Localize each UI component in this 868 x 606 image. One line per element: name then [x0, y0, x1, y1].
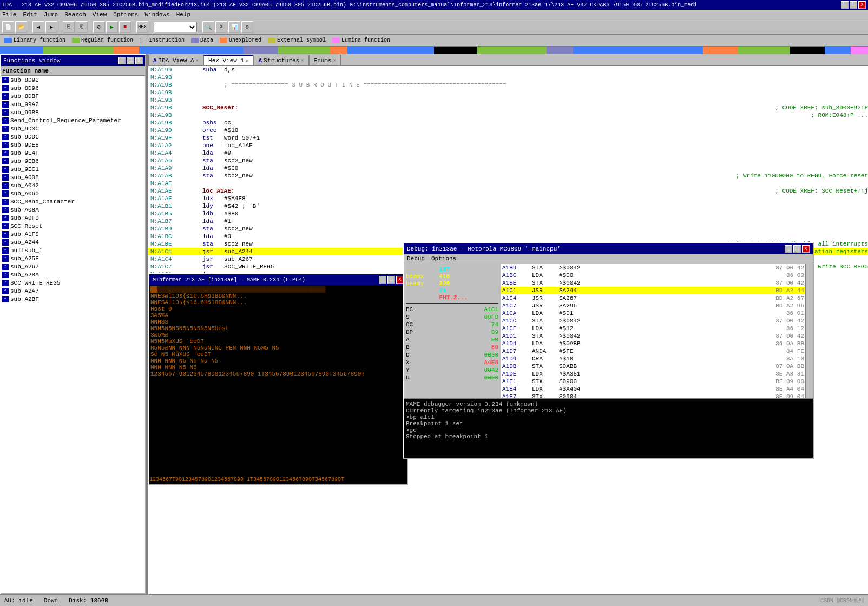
- tab-enums[interactable]: Enums ✕: [309, 55, 341, 65]
- menu-view[interactable]: View: [93, 11, 107, 18]
- menu-search[interactable]: Search: [64, 11, 86, 18]
- xref-button[interactable]: X: [215, 21, 227, 33]
- debug-asm-line[interactable]: A1D7ANDA#$FE84 FE: [501, 347, 805, 355]
- tab-struct-close[interactable]: ✕: [301, 57, 304, 63]
- menu-edit[interactable]: Edit: [23, 11, 37, 18]
- tab-hex-close[interactable]: ✕: [246, 58, 248, 64]
- asm-line[interactable]: M:A1A6stascc2_new: [148, 157, 868, 164]
- function-row[interactable]: fsub_9DDC: [1, 133, 145, 141]
- function-row[interactable]: fsub_99A2: [1, 100, 145, 108]
- asm-line[interactable]: M:A1B7lda#1: [148, 218, 868, 225]
- tab-hex-view[interactable]: Hex View-1 ✕: [203, 55, 253, 65]
- debug-asm-line[interactable]: A1BCLDA#$0086 00: [501, 272, 805, 279]
- function-row[interactable]: fsub_A1F8: [1, 230, 145, 238]
- function-row[interactable]: fSCC_WRITE_REG5: [1, 279, 145, 287]
- debug-asm-line[interactable]: A1D1STA>$004287 00 42: [501, 332, 805, 340]
- options-button[interactable]: ⚙: [241, 21, 253, 33]
- debug-asm-line[interactable]: A1C7JSR$A296BD A2 96: [501, 302, 805, 309]
- menu-file[interactable]: File: [2, 11, 16, 18]
- forward-button[interactable]: ▶: [45, 21, 57, 33]
- maximize-button[interactable]: □: [850, 1, 857, 9]
- asm-line[interactable]: M:A1AEloc_A1AE: ; CODE XREF: SCC_Reset+7…: [148, 187, 868, 195]
- open-button[interactable]: 📂: [15, 21, 27, 33]
- debug-asm-line[interactable]: A1D9ORA#$108A 10: [501, 355, 805, 363]
- debug-menu-options[interactable]: Options: [431, 255, 456, 262]
- debug-asm-line[interactable]: A1CFLDA#$1286 12: [501, 325, 805, 332]
- asm-line[interactable]: M:A1B5ldb#$80: [148, 210, 868, 218]
- stop-button[interactable]: ■: [119, 21, 131, 33]
- minimize-button[interactable]: _: [841, 1, 849, 9]
- functions-list[interactable]: fsub_8D92fsub_8D96fsub_8DBFfsub_99A2fsub…: [1, 76, 145, 593]
- function-row[interactable]: fsub_A2BF: [1, 295, 145, 303]
- debug-min[interactable]: _: [785, 245, 792, 253]
- menu-jump[interactable]: Jump: [44, 11, 58, 18]
- function-row[interactable]: fsub_A060: [1, 189, 145, 197]
- function-row[interactable]: fsub_A267: [1, 262, 145, 271]
- function-row[interactable]: fsub_A28A: [1, 271, 145, 279]
- debug-asm-line[interactable]: A1DBSTA$0ABB87 0A BB: [501, 363, 805, 370]
- function-row[interactable]: fsub_9D3C: [1, 124, 145, 133]
- asm-line[interactable]: M:A19B: [148, 89, 868, 96]
- debug-asm-line[interactable]: A1E4LDX#$A4048E A4 04: [501, 385, 805, 393]
- assemble-button[interactable]: ⚙: [93, 21, 105, 33]
- asm-line[interactable]: M:A199subad,s: [148, 66, 868, 74]
- debug-disasm[interactable]: A1B9STA>$004287 00 42A1BCLDA#$0086 00A1B…: [501, 264, 805, 398]
- function-row[interactable]: fSCC_Send_Character: [1, 197, 145, 206]
- new-button[interactable]: 📄: [2, 21, 14, 33]
- segment-select[interactable]: [154, 22, 197, 32]
- asm-line[interactable]: M:A1B9stascc2_new: [148, 225, 868, 233]
- menu-windows[interactable]: Windows: [144, 11, 169, 18]
- asm-line[interactable]: M:A19BSCC_Reset: ; CODE XREF: sub_8000+9…: [148, 104, 868, 111]
- asm-line[interactable]: M:A19Ftstword_507+1: [148, 134, 868, 142]
- debug-asm-line[interactable]: A1DELDX#$A3818E A3 81: [501, 370, 805, 378]
- tab-ida-close[interactable]: ✕: [196, 57, 199, 63]
- func-close[interactable]: X: [135, 57, 143, 64]
- debug-asm-line[interactable]: A1CALDA#$0186 01: [501, 309, 805, 317]
- asm-line[interactable]: M:A1AE: [148, 180, 868, 187]
- asm-line[interactable]: M:A1B1ldy#$42 ; 'B': [148, 202, 868, 210]
- function-row[interactable]: fsub_8DBF: [1, 92, 145, 100]
- asm-line[interactable]: M:A19B: [148, 74, 868, 81]
- asm-line[interactable]: M:A1AEldx#$A4E8: [148, 195, 868, 202]
- copy-button[interactable]: ⎘: [63, 21, 75, 33]
- asm-line[interactable]: M:A1ABstascc2_new ; Write 11000000 to RE…: [148, 172, 868, 180]
- asm-line[interactable]: M:A19B: [148, 96, 868, 104]
- debug-asm-line[interactable]: A1C1JSR$A244BD A2 44: [501, 287, 805, 294]
- menu-options[interactable]: Options: [113, 11, 138, 18]
- graph-button[interactable]: 📊: [228, 21, 240, 33]
- function-row[interactable]: fsub_A25E: [1, 254, 145, 262]
- asm-line[interactable]: M:A1BClda#0: [148, 233, 868, 240]
- debug-asm-line[interactable]: A1CCSTA>$004287 00 42: [501, 317, 805, 325]
- function-row[interactable]: fsub_A08A: [1, 206, 145, 214]
- function-row[interactable]: fsub_8D92: [1, 76, 145, 84]
- tab-enums-close[interactable]: ✕: [333, 57, 336, 63]
- function-row[interactable]: fsub_A244: [1, 238, 145, 246]
- debug-asm-line[interactable]: A1BESTA>$004287 00 42: [501, 279, 805, 287]
- function-row[interactable]: fSCC_Reset: [1, 222, 145, 230]
- function-row[interactable]: fsub_9EC1: [1, 165, 145, 173]
- function-row[interactable]: fsub_9DE8: [1, 141, 145, 149]
- asm-line[interactable]: M:A1A9lda#$C0: [148, 164, 868, 172]
- function-row[interactable]: fsub_A2A7: [1, 287, 145, 295]
- informer-max[interactable]: □: [387, 276, 395, 284]
- informer-min[interactable]: _: [379, 276, 386, 284]
- function-row[interactable]: fsub_9EB6: [1, 157, 145, 165]
- function-row[interactable]: fnullsub_1: [1, 246, 145, 254]
- search-button[interactable]: 🔍: [202, 21, 214, 33]
- function-row[interactable]: fsub_9E4F: [1, 149, 145, 157]
- debug-max[interactable]: □: [793, 245, 801, 253]
- func-minimize[interactable]: _: [118, 57, 126, 64]
- tab-structures[interactable]: A Structures ✕: [253, 55, 308, 65]
- function-row[interactable]: fsub_99B8: [1, 108, 145, 116]
- func-maximize[interactable]: □: [127, 57, 134, 64]
- debug-close[interactable]: X: [802, 245, 810, 253]
- tab-ida-view[interactable]: A IDA View-A ✕: [148, 55, 203, 65]
- debug-console[interactable]: MAME debugger version 0.234 (unknown)Cur…: [404, 398, 813, 458]
- debug-menu-debug[interactable]: Debug: [407, 255, 425, 262]
- debug-asm-line[interactable]: A1E7STX$09048E 09 04: [501, 393, 805, 398]
- asm-line[interactable]: M:A19B; ================ S U B R O U T I…: [148, 81, 868, 89]
- debug-asm-line[interactable]: A1C4JSR$A267BD A2 67: [501, 294, 805, 302]
- paste-button[interactable]: ⎗: [76, 21, 88, 33]
- asm-line[interactable]: M:A1A4lda#9: [148, 149, 868, 157]
- function-row[interactable]: fsub_A008: [1, 173, 145, 181]
